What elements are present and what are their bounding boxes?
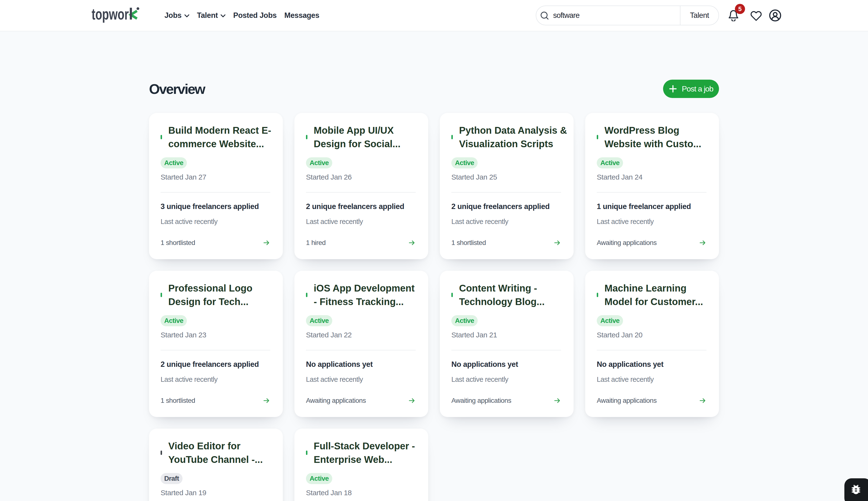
svg-text:topwor: topwor bbox=[92, 7, 129, 23]
